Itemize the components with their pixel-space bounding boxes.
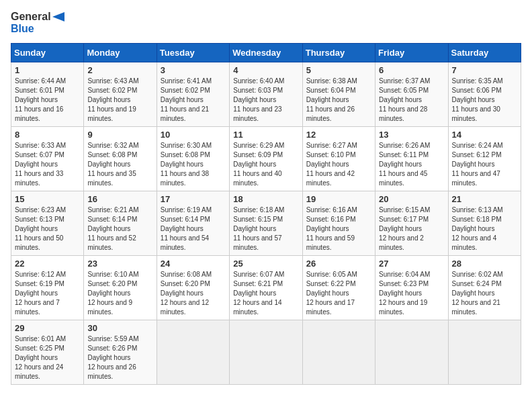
calendar-cell: 16Sunrise: 6:21 AMSunset: 6:14 PMDayligh… — [84, 191, 157, 256]
day-number: 27 — [379, 259, 444, 269]
calendar-cell — [448, 320, 521, 385]
cell-content: Sunrise: 6:24 AMSunset: 6:12 PMDaylight … — [452, 141, 517, 188]
cell-content: Sunrise: 6:21 AMSunset: 6:14 PMDaylight … — [87, 205, 152, 253]
day-number: 7 — [452, 65, 517, 75]
calendar-cell: 4Sunrise: 6:40 AMSunset: 6:03 PMDaylight… — [230, 62, 302, 127]
calendar-cell — [375, 320, 448, 385]
day-number: 18 — [233, 194, 298, 204]
day-number: 9 — [87, 130, 152, 140]
svg-marker-0 — [52, 12, 64, 21]
day-number: 10 — [161, 130, 226, 140]
calendar-cell: 15Sunrise: 6:23 AMSunset: 6:13 PMDayligh… — [11, 191, 84, 256]
day-number: 23 — [87, 259, 152, 269]
calendar-week-3: 15Sunrise: 6:23 AMSunset: 6:13 PMDayligh… — [11, 191, 521, 256]
cell-content: Sunrise: 6:44 AMSunset: 6:01 PMDaylight … — [15, 77, 80, 124]
day-number: 1 — [15, 65, 80, 75]
day-header-sunday: Sunday — [11, 44, 84, 62]
calendar-cell: 7Sunrise: 6:35 AMSunset: 6:06 PMDaylight… — [448, 62, 521, 127]
logo-blue: Blue — [11, 23, 34, 35]
calendar-week-1: 1Sunrise: 6:44 AMSunset: 6:01 PMDaylight… — [11, 62, 521, 127]
day-number: 15 — [15, 194, 80, 204]
cell-content: Sunrise: 6:04 AMSunset: 6:23 PMDaylight … — [379, 270, 444, 317]
cell-content: Sunrise: 6:01 AMSunset: 6:25 PMDaylight … — [15, 334, 80, 381]
calendar-cell: 30Sunrise: 5:59 AMSunset: 6:26 PMDayligh… — [84, 320, 157, 385]
calendar-cell: 8Sunrise: 6:33 AMSunset: 6:07 PMDaylight… — [11, 127, 84, 191]
day-number: 2 — [87, 65, 152, 75]
calendar-cell: 3Sunrise: 6:41 AMSunset: 6:02 PMDaylight… — [157, 62, 229, 127]
cell-content: Sunrise: 6:15 AMSunset: 6:17 PMDaylight … — [379, 205, 444, 253]
day-number: 29 — [15, 323, 80, 333]
calendar-table: SundayMondayTuesdayWednesdayThursdayFrid… — [11, 43, 521, 385]
day-header-friday: Friday — [375, 44, 448, 62]
day-number: 28 — [452, 259, 517, 269]
cell-content: Sunrise: 6:18 AMSunset: 6:15 PMDaylight … — [233, 205, 298, 253]
day-number: 14 — [452, 130, 517, 140]
calendar-week-4: 22Sunrise: 6:12 AMSunset: 6:19 PMDayligh… — [11, 256, 521, 320]
day-number: 4 — [233, 65, 298, 75]
calendar-cell: 22Sunrise: 6:12 AMSunset: 6:19 PMDayligh… — [11, 256, 84, 320]
cell-content: Sunrise: 6:43 AMSunset: 6:02 PMDaylight … — [87, 77, 152, 124]
calendar-cell — [157, 320, 229, 385]
day-header-saturday: Saturday — [448, 44, 521, 62]
calendar-cell: 29Sunrise: 6:01 AMSunset: 6:25 PMDayligh… — [11, 320, 84, 385]
calendar-cell: 1Sunrise: 6:44 AMSunset: 6:01 PMDaylight… — [11, 62, 84, 127]
day-number: 24 — [161, 259, 226, 269]
calendar-cell: 18Sunrise: 6:18 AMSunset: 6:15 PMDayligh… — [230, 191, 302, 256]
day-number: 30 — [87, 323, 152, 333]
day-number: 12 — [306, 130, 371, 140]
logo-bird-icon — [52, 12, 64, 21]
cell-content: Sunrise: 6:13 AMSunset: 6:18 PMDaylight … — [452, 205, 517, 253]
day-number: 8 — [15, 130, 80, 140]
cell-content: Sunrise: 6:05 AMSunset: 6:22 PMDaylight … — [306, 270, 371, 317]
calendar-cell: 27Sunrise: 6:04 AMSunset: 6:23 PMDayligh… — [375, 256, 448, 320]
cell-content: Sunrise: 6:26 AMSunset: 6:11 PMDaylight … — [379, 141, 444, 188]
cell-content: Sunrise: 6:07 AMSunset: 6:21 PMDaylight … — [233, 270, 298, 317]
calendar-cell: 5Sunrise: 6:38 AMSunset: 6:04 PMDaylight… — [302, 62, 375, 127]
calendar-cell: 20Sunrise: 6:15 AMSunset: 6:17 PMDayligh… — [375, 191, 448, 256]
cell-content: Sunrise: 6:02 AMSunset: 6:24 PMDaylight … — [452, 270, 517, 317]
logo-general: General — [11, 11, 51, 23]
calendar-cell: 14Sunrise: 6:24 AMSunset: 6:12 PMDayligh… — [448, 127, 521, 191]
cell-content: Sunrise: 6:35 AMSunset: 6:06 PMDaylight … — [452, 77, 517, 124]
calendar-cell: 21Sunrise: 6:13 AMSunset: 6:18 PMDayligh… — [448, 191, 521, 256]
cell-content: Sunrise: 6:38 AMSunset: 6:04 PMDaylight … — [306, 77, 371, 124]
cell-content: Sunrise: 6:41 AMSunset: 6:02 PMDaylight … — [161, 77, 226, 124]
day-number: 6 — [379, 65, 444, 75]
calendar-cell: 11Sunrise: 6:29 AMSunset: 6:09 PMDayligh… — [230, 127, 302, 191]
day-header-wednesday: Wednesday — [230, 44, 302, 62]
day-number: 5 — [306, 65, 371, 75]
calendar-cell: 25Sunrise: 6:07 AMSunset: 6:21 PMDayligh… — [230, 256, 302, 320]
day-number: 22 — [15, 259, 80, 269]
cell-content: Sunrise: 6:08 AMSunset: 6:20 PMDaylight … — [161, 270, 226, 317]
cell-content: Sunrise: 6:12 AMSunset: 6:19 PMDaylight … — [15, 270, 80, 317]
day-number: 16 — [87, 194, 152, 204]
cell-content: Sunrise: 6:27 AMSunset: 6:10 PMDaylight … — [306, 141, 371, 188]
cell-content: Sunrise: 6:10 AMSunset: 6:20 PMDaylight … — [87, 270, 152, 317]
cell-content: Sunrise: 6:29 AMSunset: 6:09 PMDaylight … — [233, 141, 298, 188]
day-number: 3 — [161, 65, 226, 75]
calendar-cell: 28Sunrise: 6:02 AMSunset: 6:24 PMDayligh… — [448, 256, 521, 320]
cell-content: Sunrise: 6:33 AMSunset: 6:07 PMDaylight … — [15, 141, 80, 188]
calendar-week-5: 29Sunrise: 6:01 AMSunset: 6:25 PMDayligh… — [11, 320, 521, 385]
calendar-cell: 17Sunrise: 6:19 AMSunset: 6:14 PMDayligh… — [157, 191, 229, 256]
calendar-cell: 10Sunrise: 6:30 AMSunset: 6:08 PMDayligh… — [157, 127, 229, 191]
calendar-cell: 26Sunrise: 6:05 AMSunset: 6:22 PMDayligh… — [302, 256, 375, 320]
day-number: 21 — [452, 194, 517, 204]
cell-content: Sunrise: 6:23 AMSunset: 6:13 PMDaylight … — [15, 205, 80, 253]
cell-content: Sunrise: 6:40 AMSunset: 6:03 PMDaylight … — [233, 77, 298, 124]
calendar-header-row: SundayMondayTuesdayWednesdayThursdayFrid… — [11, 44, 521, 62]
cell-content: Sunrise: 5:59 AMSunset: 6:26 PMDaylight … — [87, 334, 152, 381]
calendar-cell: 9Sunrise: 6:32 AMSunset: 6:08 PMDaylight… — [84, 127, 157, 191]
calendar-cell: 12Sunrise: 6:27 AMSunset: 6:10 PMDayligh… — [302, 127, 375, 191]
day-number: 19 — [306, 194, 371, 204]
calendar-cell — [230, 320, 302, 385]
calendar-cell: 24Sunrise: 6:08 AMSunset: 6:20 PMDayligh… — [157, 256, 229, 320]
day-number: 25 — [233, 259, 298, 269]
logo-wrap: General Blue — [11, 11, 64, 35]
calendar-cell: 19Sunrise: 6:16 AMSunset: 6:16 PMDayligh… — [302, 191, 375, 256]
cell-content: Sunrise: 6:19 AMSunset: 6:14 PMDaylight … — [161, 205, 226, 253]
calendar-cell: 6Sunrise: 6:37 AMSunset: 6:05 PMDaylight… — [375, 62, 448, 127]
day-number: 13 — [379, 130, 444, 140]
logo: General Blue — [11, 11, 64, 35]
day-header-tuesday: Tuesday — [157, 44, 229, 62]
